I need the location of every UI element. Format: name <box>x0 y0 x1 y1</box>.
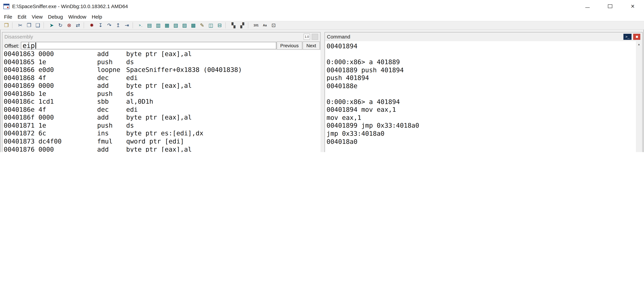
run-to-cursor-button[interactable]: ⇥ <box>122 21 131 29</box>
toolbar-separator <box>225 22 228 28</box>
toolbar-separator <box>84 22 86 28</box>
open-source-file-button[interactable]: ❒ <box>2 21 11 29</box>
detach-icon: ⇄ <box>76 23 80 28</box>
terminal-icon[interactable]: >_ <box>624 34 632 40</box>
disassembly-address-bytes: 00401872 6c <box>4 129 46 137</box>
stop-debugging-icon: ⊗ <box>67 23 71 28</box>
offset-input[interactable]: eip <box>21 42 276 49</box>
step-over-button[interactable]: ↷ <box>105 21 114 29</box>
cut-button[interactable]: ✂ <box>16 21 25 29</box>
menu-item-window[interactable]: Window <box>66 13 89 21</box>
options-button[interactable]: ⊡ <box>269 21 278 29</box>
disassembly-address-bytes: 00401865 1e <box>4 58 46 66</box>
title-bar[interactable]: E:\SpaceSniffer.exe - WinDbg:10.0.18362.… <box>0 0 644 13</box>
close-button[interactable]: × <box>622 0 644 13</box>
offset-value: eip <box>22 42 35 50</box>
windbg-app-icon <box>3 4 10 9</box>
disassembly-operands: edi <box>126 74 138 82</box>
disassembly-operands: byte ptr es:[edi],dx <box>126 129 204 137</box>
disassembly-mnemonic: fmul <box>97 137 113 145</box>
copy-button[interactable]: ❐ <box>25 21 34 29</box>
disassembly-mnemonic: add <box>97 50 109 58</box>
minimize-button[interactable] <box>576 0 599 13</box>
close-pane-button[interactable] <box>633 34 640 40</box>
menu-item-help[interactable]: Help <box>89 13 105 21</box>
font-button[interactable]: Aa <box>260 21 269 29</box>
disassembly-row[interactable]: 00401869 0000addbyte ptr [eax],al <box>3 82 320 90</box>
previous-button[interactable]: Previous <box>276 42 302 50</box>
step-out-button[interactable]: ↥ <box>114 21 122 29</box>
menu-item-file[interactable]: File <box>1 13 15 21</box>
command-vertical-scrollbar[interactable]: ▲ ▼ <box>636 41 642 152</box>
scratch-pad-button[interactable]: ✎ <box>198 21 206 29</box>
menu-item-view[interactable]: View <box>29 13 45 21</box>
scroll-up-icon[interactable]: ▲ <box>636 41 642 47</box>
registers-window-button[interactable]: ▦ <box>162 21 171 29</box>
disassembly-operands: ds <box>126 122 134 129</box>
disassembly-pane-title: Disassembly <box>4 34 33 40</box>
disassembly-row[interactable]: 0040186b 1epushds <box>3 90 320 98</box>
pane-format-button[interactable]: 1.0 <box>304 34 310 40</box>
disassembly-operands: edi <box>126 106 138 114</box>
disassembly-row[interactable]: 00401868 4fdecedi <box>3 74 320 82</box>
toolbar-separator <box>248 22 251 28</box>
disassembly-address-bytes: 0040186f 0000 <box>4 114 54 122</box>
command-output[interactable]: 00401894 0:000:x86> a 401889 00401889 pu… <box>325 41 636 152</box>
disassembly-mnemonic: add <box>97 82 109 90</box>
menu-item-edit[interactable]: Edit <box>15 13 29 21</box>
paste-icon: ❑ <box>36 23 40 28</box>
memory-window-button[interactable]: ▧ <box>171 21 180 29</box>
locals-window-button[interactable]: ▥ <box>154 21 162 29</box>
break-button[interactable]: ✸ <box>87 21 96 29</box>
disassembly-row[interactable]: 00401872 6cinsbyte ptr es:[edi],dx <box>3 129 320 137</box>
registers-window-icon: ▦ <box>165 23 169 28</box>
options-icon: ⊡ <box>272 23 276 28</box>
minimize-icon <box>585 8 590 8</box>
text-caret <box>36 43 36 49</box>
disassembly-window-button[interactable]: ▩ <box>189 21 198 29</box>
disassembly-mnemonic: push <box>97 58 113 66</box>
go-button[interactable]: ➤ <box>47 21 56 29</box>
watch-window-button[interactable]: ▤ <box>145 21 154 29</box>
paste-button[interactable]: ❑ <box>34 21 42 29</box>
source-mode-on-button[interactable]: ▚ <box>229 21 238 29</box>
disassembly-mnemonic: push <box>97 90 113 98</box>
disassembly-row[interactable]: 0040186f 0000addbyte ptr [eax],al <box>3 114 320 122</box>
step-into-button[interactable]: ↧ <box>96 21 105 29</box>
step-into-icon: ↧ <box>98 23 102 28</box>
disassembly-pane-titlebar[interactable]: Disassembly 1.0 <box>2 33 320 41</box>
disassembly-operands: byte ptr [eax],al <box>126 114 192 122</box>
command-pane-buttons: >_ <box>624 34 640 40</box>
disassembly-address-bytes: 00401869 0000 <box>4 82 54 90</box>
next-button[interactable]: Next <box>302 42 320 50</box>
disassembly-row[interactable]: 00401866 e0d0loopneSpaceSniffer+0x1838 (… <box>3 66 320 74</box>
disassembly-row[interactable]: 00401876 0000addbyte ptr [eax],al <box>3 145 320 152</box>
toolbar-separator <box>12 22 15 28</box>
command-pane-titlebar[interactable]: Command >_ <box>325 33 642 41</box>
maximize-button[interactable] <box>599 0 622 13</box>
disassembly-row[interactable]: 0040186c 1cd1sbbal,0D1h <box>3 98 320 106</box>
locals-window-icon: ▥ <box>156 23 160 28</box>
disassembly-row[interactable]: 00401873 dc4f00fmulqword ptr [edi] <box>3 137 320 145</box>
pane-dock-button[interactable] <box>312 34 318 40</box>
disassembly-row[interactable]: 00401871 1epushds <box>3 122 320 129</box>
detach-button[interactable]: ⇄ <box>74 21 82 29</box>
call-stack-window-button[interactable]: ▨ <box>180 21 189 29</box>
processes-threads-button[interactable]: ◫ <box>206 21 215 29</box>
disassembly-row[interactable]: 00401863 0000addbyte ptr [eax],al <box>3 50 320 58</box>
source-mode-off-button[interactable]: ▞ <box>238 21 246 29</box>
disassembly-mnemonic: add <box>97 114 109 122</box>
modules-window-button[interactable]: ⊟ <box>215 21 224 29</box>
disassembly-mnemonic: ins <box>97 129 109 137</box>
disassembly-mnemonic: sbb <box>97 98 109 106</box>
menu-item-debug[interactable]: Debug <box>45 13 66 21</box>
number-format-button[interactable]: 101 <box>252 21 260 29</box>
break-icon: ✸ <box>90 23 94 28</box>
restart-button[interactable]: ↻ <box>56 21 65 29</box>
command-window-button[interactable]: >_ <box>136 21 145 29</box>
disassembly-address-bytes: 0040186b 1e <box>4 90 46 98</box>
stop-debugging-button[interactable]: ⊗ <box>65 21 74 29</box>
disassembly-row[interactable]: 00401865 1epushds <box>3 58 320 66</box>
disassembly-listing[interactable]: 00401863 0000addbyte ptr [eax],al0040186… <box>3 50 320 152</box>
disassembly-row[interactable]: 0040186e 4fdecedi <box>3 106 320 114</box>
